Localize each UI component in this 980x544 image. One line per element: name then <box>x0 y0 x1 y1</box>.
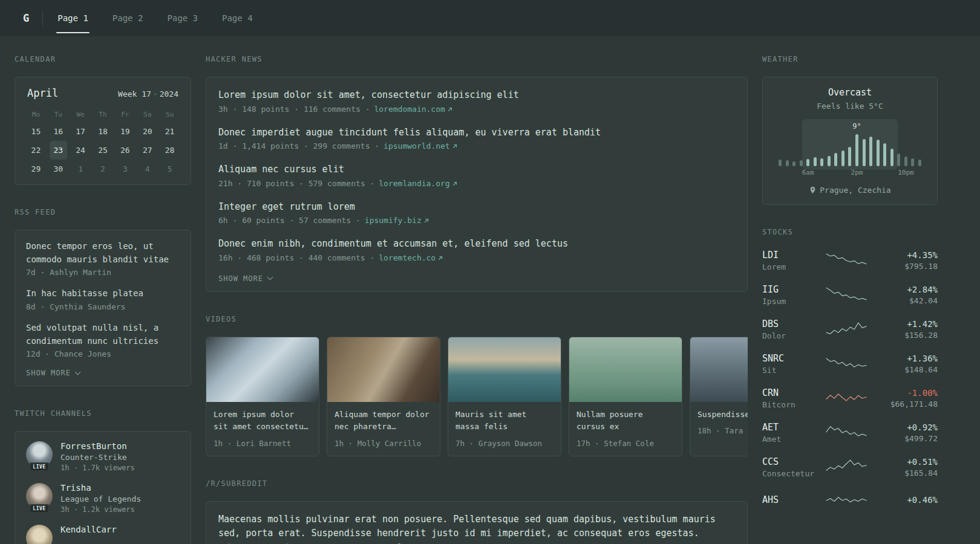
videos-carousel[interactable]: Lorem ipsum dolor sit amet consectetu… 1… <box>206 337 748 457</box>
hn-domain-link[interactable]: loremlandia.org <box>379 179 457 188</box>
rss-card: Donec tempor eros leo, ut commodo mauris… <box>15 230 191 386</box>
calendar-date[interactable]: 20 <box>139 122 156 141</box>
stock-info: IIG Ipsum <box>762 284 818 306</box>
stock-name: Consectetur <box>762 469 818 478</box>
hn-domain-link[interactable]: loremtech.co <box>379 253 443 262</box>
calendar-date[interactable]: 19 <box>116 122 134 141</box>
hn-item: Donec enim nibh, condimentum et accumsan… <box>218 237 735 262</box>
calendar-date[interactable]: 27 <box>139 141 156 160</box>
calendar-date[interactable]: 18 <box>94 122 112 141</box>
tab-page-2[interactable]: Page 2 <box>100 0 155 36</box>
stock-row[interactable]: DBS Dolor +1.42% $156.28 <box>762 319 938 340</box>
video-card[interactable]: Suspendisse diam 18h · Tara <box>690 337 748 457</box>
stock-row[interactable]: AET Amet +0.92% $499.72 <box>762 422 938 444</box>
stock-symbol: SNRC <box>762 353 818 364</box>
video-thumbnail[interactable] <box>206 337 319 402</box>
hn-show-more-button[interactable]: SHOW MORE <box>218 274 735 283</box>
stock-info: AET Amet <box>762 422 818 444</box>
hn-item-title[interactable]: Lorem ipsum dolor sit amet, consectetur … <box>218 88 735 102</box>
stock-change: +0.46% <box>875 495 938 505</box>
hn-domain-text: ipsumworld.net <box>384 141 450 151</box>
twitch-channel-row[interactable]: LIVE ForrestBurton Counter-Strike 1h · 1… <box>26 441 180 472</box>
video-card[interactable]: Lorem ipsum dolor sit amet consectetu… 1… <box>206 337 319 457</box>
weather-header: WEATHER <box>762 55 938 63</box>
post-title[interactable]: Maecenas mollis pulvinar erat non posuer… <box>218 513 735 540</box>
calendar-date[interactable]: 30 <box>50 160 67 178</box>
stock-change: +0.92% <box>875 423 938 432</box>
hn-domain-link[interactable]: ipsumify.biz <box>365 216 430 225</box>
calendar-date[interactable]: 24 <box>72 141 90 160</box>
app-logo[interactable]: G <box>15 10 43 26</box>
stock-row[interactable]: SNRC Sit +1.36% $148.64 <box>762 353 938 375</box>
hackernews-card: Lorem ipsum dolor sit amet, consectetur … <box>206 77 748 292</box>
calendar-date-next-month[interactable]: 2 <box>94 160 112 178</box>
subreddit-post: Maecenas mollis pulvinar erat non posuer… <box>218 513 735 544</box>
calendar-date-next-month[interactable]: 3 <box>116 160 134 178</box>
twitch-channel-row[interactable]: KendallCarr <box>26 525 180 544</box>
weekday-label: We <box>70 106 92 122</box>
video-meta: 17h · Stefan Cole <box>569 433 682 456</box>
video-thumbnail[interactable] <box>448 337 561 402</box>
calendar-date-next-month[interactable]: 5 <box>161 160 178 178</box>
rss-item-title[interactable]: In hac habitasse platea <box>26 287 180 300</box>
calendar-date-next-month[interactable]: 1 <box>72 160 90 178</box>
video-meta: 1h · Lori Barnett <box>206 433 319 456</box>
weather-location-row: Prague, Czechia <box>774 186 926 195</box>
calendar-date[interactable]: 26 <box>116 141 134 160</box>
hn-item-meta: 21h · 710 points · 579 comments ·loremla… <box>218 179 735 188</box>
external-link-icon <box>452 143 458 149</box>
weather-condition: Overcast <box>774 87 926 98</box>
video-thumbnail[interactable] <box>569 337 682 402</box>
subreddit-widget: /R/SUBREDDIT Maecenas mollis pulvinar er… <box>206 479 748 544</box>
calendar-date[interactable]: 28 <box>161 141 178 160</box>
stock-change: +4.35% <box>875 250 938 260</box>
hn-domain-text: loremdomain.com <box>374 105 445 114</box>
calendar-date[interactable]: 21 <box>161 122 178 141</box>
stock-name: Lorem <box>762 262 818 271</box>
calendar-date-selected[interactable]: 23 <box>50 141 67 160</box>
tab-page-3[interactable]: Page 3 <box>155 0 210 36</box>
hn-item-title[interactable]: Integer eget rutrum lorem <box>218 200 735 214</box>
video-title: Suspendisse diam <box>690 402 748 421</box>
stock-row[interactable]: LDI Lorem +4.35% $795.18 <box>762 250 938 271</box>
hn-item-title[interactable]: Donec imperdiet augue tincidunt felis al… <box>218 126 735 140</box>
stock-values: +2.84% $42.04 <box>875 285 938 305</box>
video-card[interactable]: Nullam posuere cursus ex 17h · Stefan Co… <box>569 337 682 457</box>
rss-item-title[interactable]: Sed volutpat nulla nisl, a condimentum n… <box>26 322 180 348</box>
video-card[interactable]: Aliquam tempor dolor nec pharetra… 1h · … <box>327 337 440 457</box>
video-card[interactable]: Mauris sit amet massa felis 7h · Grayson… <box>448 337 561 457</box>
video-thumbnail[interactable] <box>690 337 748 402</box>
calendar-date-next-month[interactable]: 4 <box>139 160 156 178</box>
stock-values: +0.46% <box>875 495 938 507</box>
calendar-date[interactable]: 17 <box>72 122 90 141</box>
hn-item-title[interactable]: Donec enim nibh, condimentum et accumsan… <box>218 237 735 251</box>
weekday-label: Tu <box>47 106 70 122</box>
calendar-date[interactable]: 25 <box>94 141 112 160</box>
stock-row[interactable]: CCS Consectetur +0.51% $165.84 <box>762 456 938 478</box>
show-more-label: SHOW MORE <box>26 369 71 377</box>
hn-item-title[interactable]: Aliquam nec cursus elit <box>218 163 735 176</box>
calendar-month: April <box>27 87 58 99</box>
calendar-date[interactable]: 16 <box>50 122 67 141</box>
twitch-channel-row[interactable]: LIVE Trisha League of Legends 3h · 1.2k … <box>26 483 180 514</box>
stock-row[interactable]: IIG Ipsum +2.84% $42.04 <box>762 284 938 306</box>
rss-show-more-button[interactable]: SHOW MORE <box>26 369 180 377</box>
hn-domain-link[interactable]: loremdomain.com <box>374 105 452 114</box>
stock-change: +1.36% <box>875 354 938 363</box>
video-thumbnail[interactable] <box>327 337 440 402</box>
external-link-icon <box>452 181 458 187</box>
stock-info: LDI Lorem <box>762 250 818 271</box>
hn-meta-text: 1d · 1,414 points · 299 comments · <box>218 141 379 151</box>
stock-values: +0.51% $165.84 <box>875 457 938 478</box>
hn-domain-link[interactable]: ipsumworld.net <box>384 141 458 151</box>
tab-page-1[interactable]: Page 1 <box>45 0 100 36</box>
rss-item-title[interactable]: Donec tempor eros leo, ut commodo mauris… <box>26 240 180 266</box>
stock-sparkline <box>825 354 868 374</box>
weather-widget: WEATHER Overcast Feels like 5°C 6am2pm10… <box>762 55 938 205</box>
stock-row[interactable]: AHS +0.46% <box>762 491 938 510</box>
tab-page-4[interactable]: Page 4 <box>210 0 265 36</box>
calendar-date[interactable]: 29 <box>27 160 45 178</box>
calendar-date[interactable]: 22 <box>27 141 45 160</box>
calendar-date[interactable]: 15 <box>27 122 45 141</box>
stock-row[interactable]: CRN Bitcorn -1.00% $66,171.48 <box>762 387 938 409</box>
